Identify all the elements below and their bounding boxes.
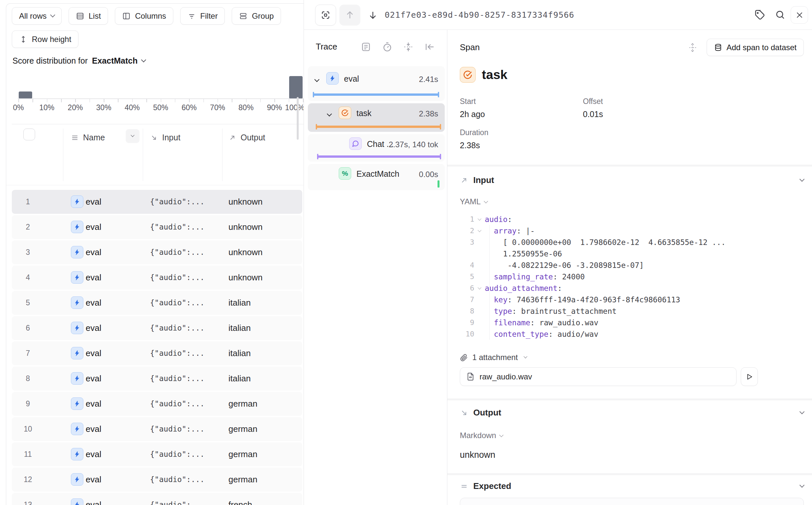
column-header-output[interactable]: Output xyxy=(228,133,265,142)
row-number: 13 xyxy=(21,493,34,505)
group-button[interactable]: Group xyxy=(232,7,281,25)
table-row[interactable]: 7eval{"audio":...italian xyxy=(12,341,302,365)
chevron-down-icon xyxy=(131,133,134,137)
tag-icon[interactable] xyxy=(754,9,765,20)
cell-name: eval xyxy=(86,468,101,492)
cell-input: {"audio":... xyxy=(150,240,205,264)
histogram-tick xyxy=(104,99,104,102)
filter-button[interactable]: Filter xyxy=(180,7,225,25)
output-value: unknown xyxy=(460,450,804,460)
table-row[interactable]: 4eval{"audio":...unknown xyxy=(12,266,302,290)
line-number: 3 xyxy=(460,238,474,246)
score-distribution-prefix: Score distribution for xyxy=(12,56,88,65)
trace-row-chat[interactable]: Chat ... 2.37s, 140 tok xyxy=(308,134,445,162)
table-row[interactable]: 9eval{"audio":...german xyxy=(12,392,302,416)
span-panel-header: Span Add span to dataset xyxy=(460,39,804,56)
column-header-input[interactable]: Input xyxy=(150,133,181,142)
column-header-name[interactable]: Name xyxy=(71,133,105,142)
chevron-down-icon xyxy=(50,12,55,18)
row-number: 5 xyxy=(21,291,34,315)
attachment-row: raw_audio.wav xyxy=(460,367,804,386)
all-rows-label: All rows xyxy=(19,11,46,21)
table-row[interactable]: 5eval{"audio":...italian xyxy=(12,291,302,315)
all-rows-dropdown[interactable]: All rows xyxy=(12,7,62,25)
row-height-button[interactable]: Row height xyxy=(12,30,79,48)
name-column-menu-button[interactable] xyxy=(126,129,139,143)
cell-input: {"audio":... xyxy=(150,367,205,390)
task-span-icon xyxy=(460,67,476,82)
close-button[interactable] xyxy=(791,6,808,24)
expected-section-header[interactable]: Expected xyxy=(460,481,804,491)
left-panel-scrollbar[interactable] xyxy=(297,97,299,140)
add-span-to-dataset-button[interactable]: Add span to dataset xyxy=(707,39,804,56)
score-distribution-selector[interactable]: Score distribution for ExactMatch xyxy=(12,56,145,65)
eval-span-icon xyxy=(326,72,339,85)
column-header-name-label: Name xyxy=(83,133,105,142)
select-all-checkbox[interactable] xyxy=(23,129,35,140)
line-number: 1 xyxy=(460,215,474,223)
table-row[interactable]: 11eval{"audio":...german xyxy=(12,442,302,466)
timeline-tick xyxy=(438,180,440,188)
eval-span-icon xyxy=(71,246,83,259)
code-text: content_type: audio/wav xyxy=(485,330,598,338)
histogram-tick xyxy=(246,99,247,102)
table-row[interactable]: 3eval{"audio":...unknown xyxy=(12,240,302,264)
output-format-dropdown[interactable]: Markdown xyxy=(460,431,503,440)
trace-row-task[interactable]: task 2.38s xyxy=(308,103,445,132)
collapse-left-icon[interactable] xyxy=(424,42,435,52)
histogram-bar xyxy=(289,76,303,99)
attachments-toggle[interactable]: 1 attachment xyxy=(460,353,804,362)
cell-input: {"audio":... xyxy=(150,215,205,239)
cell-name: eval xyxy=(86,367,101,390)
histogram-tick xyxy=(118,99,118,102)
play-attachment-button[interactable] xyxy=(741,367,758,386)
input-section-header[interactable]: Input xyxy=(460,175,804,185)
yaml-code-block[interactable]: 1audio:2 array: |-3 [ 0.0000000e+00 1.79… xyxy=(460,213,804,340)
table-row[interactable]: 13eval{"audio":...french xyxy=(12,493,302,505)
next-row-button[interactable] xyxy=(362,5,383,26)
collapse-vertical-icon[interactable] xyxy=(403,42,414,52)
add-span-to-dataset-label: Add span to dataset xyxy=(727,43,797,52)
input-format-dropdown[interactable]: YAML xyxy=(460,197,487,206)
output-section-header[interactable]: Output xyxy=(460,407,804,418)
code-text: sampling_rate: 24000 xyxy=(485,273,585,281)
columns-button[interactable]: Columns xyxy=(115,7,173,25)
cell-input: {"audio":... xyxy=(150,316,205,340)
group-label: Group xyxy=(252,11,274,21)
attachments-count-label: 1 attachment xyxy=(472,353,518,362)
row-number: 11 xyxy=(21,442,34,466)
expand-fullscreen-button[interactable] xyxy=(315,5,336,26)
code-line: 5 sampling_rate: 24000 xyxy=(460,271,804,282)
fold-chevron-icon[interactable] xyxy=(474,230,485,231)
resize-vertical-icon[interactable] xyxy=(688,43,697,52)
previous-row-button[interactable] xyxy=(339,5,360,26)
attachment-file[interactable]: raw_audio.wav xyxy=(460,367,736,386)
timeline-bar xyxy=(316,126,441,128)
fold-chevron-icon[interactable] xyxy=(474,218,485,220)
timer-icon[interactable] xyxy=(382,42,392,52)
histogram-tick xyxy=(204,99,204,102)
table-row[interactable]: 1eval{"audio":...unknown xyxy=(12,190,302,214)
expected-value-box[interactable] xyxy=(460,498,804,505)
row-number: 9 xyxy=(21,392,34,416)
histogram-x-label: 100% xyxy=(285,103,304,112)
eval-span-icon xyxy=(71,397,83,410)
search-icon[interactable] xyxy=(775,9,786,20)
fold-chevron-icon[interactable] xyxy=(474,287,485,289)
list-button[interactable]: List xyxy=(69,7,108,25)
line-number: 8 xyxy=(460,307,474,315)
columns-label: Columns xyxy=(135,11,166,21)
score-distribution-scorer: ExactMatch xyxy=(92,56,137,65)
table-row[interactable]: 12eval{"audio":...german xyxy=(12,468,302,492)
code-line: 10 content_type: audio/wav xyxy=(460,328,804,340)
trace-row-eval[interactable]: eval 2.41s xyxy=(308,66,445,101)
trace-row-exactmatch[interactable]: % ExactMatch 0.00s xyxy=(308,164,445,190)
table-row[interactable]: 6eval{"audio":...italian xyxy=(12,316,302,340)
arrow-down-right-icon xyxy=(460,408,468,417)
table-row[interactable]: 10eval{"audio":...german xyxy=(12,417,302,441)
table-row[interactable]: 2eval{"audio":...unknown xyxy=(12,215,302,239)
cell-name: eval xyxy=(86,190,101,214)
notes-icon[interactable] xyxy=(361,42,371,52)
table-row[interactable]: 8eval{"audio":...italian xyxy=(12,367,302,390)
input-format-value: YAML xyxy=(460,197,481,206)
